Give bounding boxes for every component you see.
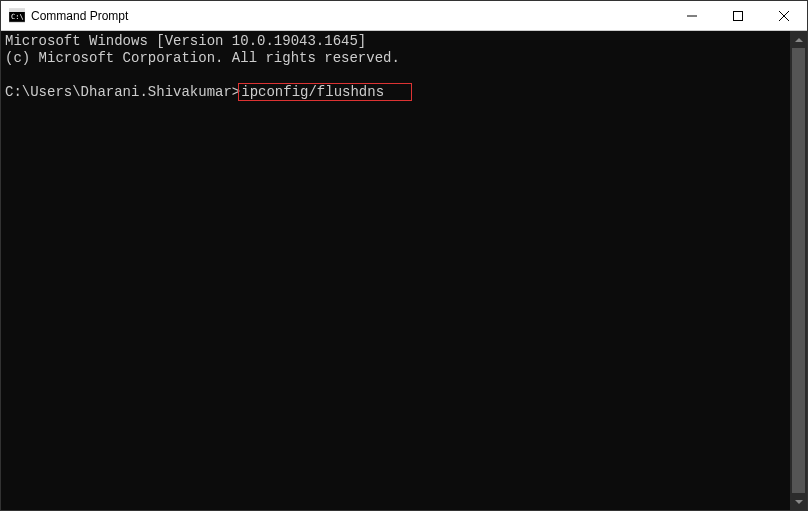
command-highlight: ipconfig/flushdns — [238, 83, 412, 101]
scroll-down-arrow[interactable] — [790, 493, 807, 510]
copyright-line: (c) Microsoft Corporation. All rights re… — [5, 50, 400, 66]
svg-text:C:\: C:\ — [11, 13, 24, 21]
prompt-path: C:\Users\Dharani.Shivakumar> — [5, 84, 240, 100]
command-prompt-window: C:\ Command Prompt Microsoft Windows [Ve… — [0, 0, 808, 511]
titlebar[interactable]: C:\ Command Prompt — [1, 1, 807, 31]
scrollbar-thumb[interactable] — [792, 48, 805, 493]
version-line: Microsoft Windows [Version 10.0.19043.16… — [5, 33, 366, 49]
scrollbar-track[interactable] — [790, 48, 807, 493]
window-title: Command Prompt — [31, 9, 669, 23]
svg-marker-8 — [795, 500, 803, 504]
vertical-scrollbar[interactable] — [790, 31, 807, 510]
cmd-icon: C:\ — [9, 8, 25, 24]
typed-command: ipconfig/flushdns — [241, 84, 384, 100]
close-button[interactable] — [761, 1, 807, 30]
maximize-button[interactable] — [715, 1, 761, 30]
window-controls — [669, 1, 807, 30]
svg-marker-7 — [795, 38, 803, 42]
svg-rect-4 — [734, 11, 743, 20]
minimize-button[interactable] — [669, 1, 715, 30]
terminal-output[interactable]: Microsoft Windows [Version 10.0.19043.16… — [1, 31, 790, 510]
content-area: Microsoft Windows [Version 10.0.19043.16… — [1, 31, 807, 510]
scroll-up-arrow[interactable] — [790, 31, 807, 48]
svg-rect-1 — [9, 9, 25, 12]
